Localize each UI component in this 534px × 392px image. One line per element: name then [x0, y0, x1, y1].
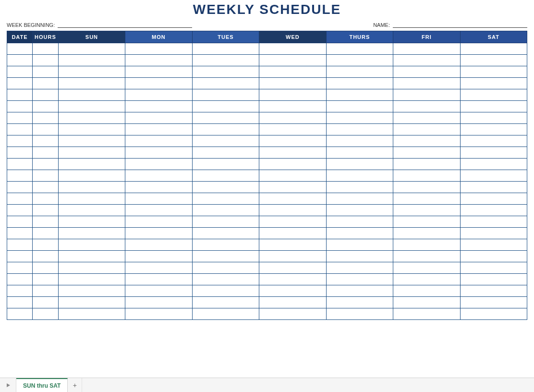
cell[interactable]	[125, 274, 192, 285]
cell[interactable]	[58, 89, 125, 101]
cell[interactable]	[125, 308, 192, 320]
cell[interactable]	[326, 205, 393, 216]
cell[interactable]	[33, 66, 59, 78]
cell[interactable]	[393, 112, 460, 124]
cell[interactable]	[460, 228, 527, 239]
cell[interactable]	[460, 78, 527, 89]
cell[interactable]	[460, 55, 527, 66]
cell[interactable]	[7, 43, 33, 55]
cell[interactable]	[7, 66, 33, 78]
cell[interactable]	[192, 308, 259, 320]
cell[interactable]	[393, 78, 460, 89]
cell[interactable]	[7, 135, 33, 147]
cell[interactable]	[125, 251, 192, 262]
week-beginning-input[interactable]	[58, 21, 192, 28]
cell[interactable]	[259, 308, 326, 320]
cell[interactable]	[393, 262, 460, 274]
cell[interactable]	[7, 112, 33, 124]
cell[interactable]	[326, 135, 393, 147]
cell[interactable]	[259, 239, 326, 251]
cell[interactable]	[7, 124, 33, 135]
cell[interactable]	[259, 112, 326, 124]
cell[interactable]	[58, 43, 125, 55]
cell[interactable]	[259, 216, 326, 228]
cell[interactable]	[259, 101, 326, 112]
cell[interactable]	[58, 101, 125, 112]
cell[interactable]	[460, 112, 527, 124]
cell[interactable]	[33, 216, 59, 228]
cell[interactable]	[7, 239, 33, 251]
cell[interactable]	[7, 78, 33, 89]
cell[interactable]	[58, 135, 125, 147]
cell[interactable]	[7, 147, 33, 159]
cell[interactable]	[58, 193, 125, 205]
cell[interactable]	[192, 285, 259, 297]
cell[interactable]	[33, 159, 59, 170]
cell[interactable]	[393, 274, 460, 285]
cell[interactable]	[259, 274, 326, 285]
cell[interactable]	[259, 193, 326, 205]
cell[interactable]	[7, 228, 33, 239]
cell[interactable]	[192, 228, 259, 239]
cell[interactable]	[460, 89, 527, 101]
cell[interactable]	[58, 216, 125, 228]
cell[interactable]	[192, 135, 259, 147]
cell[interactable]	[259, 43, 326, 55]
cell[interactable]	[33, 251, 59, 262]
cell[interactable]	[326, 285, 393, 297]
cell[interactable]	[259, 89, 326, 101]
cell[interactable]	[192, 147, 259, 159]
cell[interactable]	[326, 89, 393, 101]
cell[interactable]	[460, 124, 527, 135]
cell[interactable]	[33, 124, 59, 135]
cell[interactable]	[58, 159, 125, 170]
cell[interactable]	[326, 239, 393, 251]
cell[interactable]	[460, 216, 527, 228]
cell[interactable]	[460, 297, 527, 308]
cell[interactable]	[192, 262, 259, 274]
cell[interactable]	[192, 124, 259, 135]
cell[interactable]	[125, 78, 192, 89]
cell[interactable]	[125, 239, 192, 251]
cell[interactable]	[192, 193, 259, 205]
cell[interactable]	[393, 135, 460, 147]
cell[interactable]	[326, 308, 393, 320]
cell[interactable]	[259, 285, 326, 297]
cell[interactable]	[192, 239, 259, 251]
cell[interactable]	[125, 182, 192, 193]
cell[interactable]	[33, 193, 59, 205]
cell[interactable]	[326, 251, 393, 262]
add-sheet-button[interactable]: +	[68, 378, 82, 392]
cell[interactable]	[58, 228, 125, 239]
cell[interactable]	[393, 193, 460, 205]
cell[interactable]	[192, 182, 259, 193]
cell[interactable]	[7, 159, 33, 170]
cell[interactable]	[326, 216, 393, 228]
cell[interactable]	[125, 228, 192, 239]
cell[interactable]	[259, 147, 326, 159]
cell[interactable]	[460, 205, 527, 216]
cell[interactable]	[192, 43, 259, 55]
cell[interactable]	[393, 216, 460, 228]
cell[interactable]	[58, 308, 125, 320]
cell[interactable]	[33, 274, 59, 285]
cell[interactable]	[192, 78, 259, 89]
cell[interactable]	[58, 205, 125, 216]
cell[interactable]	[460, 43, 527, 55]
cell[interactable]	[393, 182, 460, 193]
cell[interactable]	[33, 205, 59, 216]
cell[interactable]	[192, 205, 259, 216]
cell[interactable]	[7, 193, 33, 205]
cell[interactable]	[393, 147, 460, 159]
cell[interactable]	[259, 78, 326, 89]
cell[interactable]	[125, 89, 192, 101]
cell[interactable]	[58, 251, 125, 262]
cell[interactable]	[192, 112, 259, 124]
cell[interactable]	[33, 147, 59, 159]
cell[interactable]	[58, 78, 125, 89]
cell[interactable]	[393, 239, 460, 251]
cell[interactable]	[460, 182, 527, 193]
cell[interactable]	[326, 43, 393, 55]
cell[interactable]	[7, 101, 33, 112]
cell[interactable]	[326, 228, 393, 239]
